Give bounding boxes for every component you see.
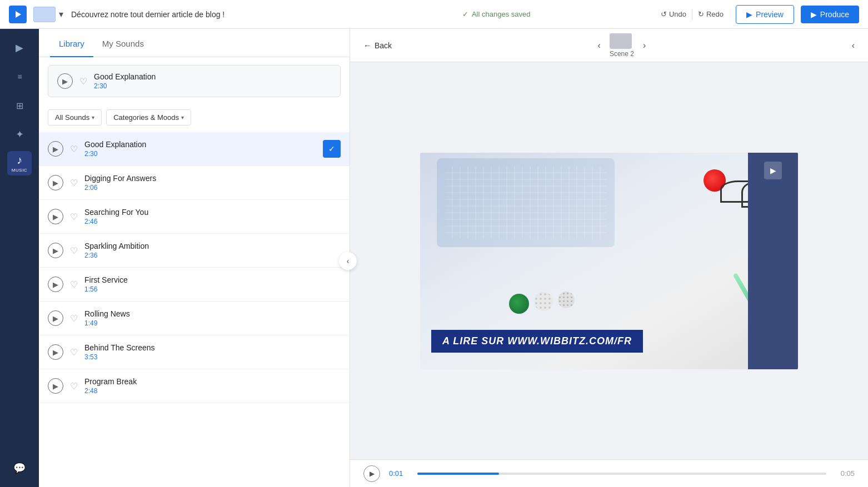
preview-button[interactable]: ▶ Preview	[736, 5, 794, 24]
track-name: Digging For Answers	[84, 174, 341, 183]
video-panel-play-icon: ▶	[764, 162, 782, 179]
topbar: ▾ Découvrez notre tout dernier article d…	[0, 0, 868, 29]
selected-track-card: ▶ ♡ Good Explanation 2:30	[48, 65, 341, 97]
track-heart-button[interactable]: ♡	[70, 313, 78, 324]
scene-prev-button[interactable]: ‹	[596, 38, 603, 53]
track-item[interactable]: ▶ ♡ Rolling News 1:49	[39, 302, 350, 335]
tab-library[interactable]: Library	[50, 29, 93, 57]
chevron-down-icon: ▾	[181, 114, 184, 121]
track-play-button[interactable]: ▶	[48, 209, 63, 224]
sidebar-item-list[interactable]: ≡	[7, 64, 32, 89]
track-heart-button[interactable]: ♡	[70, 245, 78, 256]
track-item[interactable]: ▶ ♡ First Service 1:56	[39, 268, 350, 302]
track-heart-button[interactable]: ♡	[70, 347, 78, 358]
title-dropdown-icon[interactable]: ▾	[59, 10, 68, 19]
scene-next-button[interactable]: ›	[641, 38, 648, 53]
track-item[interactable]: ▶ ♡ Sparkling Ambition 2:36	[39, 234, 350, 268]
track-item[interactable]: ▶ ♡ Digging For Answers 2:06	[39, 166, 350, 200]
play-icon: ▶	[53, 179, 58, 187]
play-icon: ▶	[370, 470, 375, 478]
project-title: Découvrez notre tout dernier article de …	[71, 10, 225, 19]
music-label: MUSIC	[12, 168, 27, 173]
track-info: Rolling News 1:49	[84, 309, 341, 327]
sidebar-item-video[interactable]: ▶	[7, 36, 32, 60]
track-heart-button[interactable]: ♡	[70, 381, 78, 391]
track-duration: 2:36	[84, 252, 341, 259]
scene-nav-center: ‹ Scene 2 ›	[398, 33, 845, 58]
track-play-button[interactable]: ▶	[48, 310, 63, 326]
collapse-panel-button[interactable]: ‹	[852, 41, 855, 51]
track-duration: 3:53	[84, 353, 341, 361]
undo-redo-group: ↺ Undo ↻ Redo	[655, 7, 729, 22]
track-name: Rolling News	[84, 309, 341, 318]
selected-track-play-button[interactable]: ▶	[57, 73, 73, 89]
track-item[interactable]: ▶ ♡ Behind The Screens 3:53	[39, 335, 350, 369]
track-item[interactable]: ▶ ♡ Good Explanation 2:30 ✓	[39, 132, 350, 166]
track-duration: 2:48	[84, 387, 341, 395]
play-icon: ▶	[53, 145, 58, 153]
sidebar-item-wand[interactable]: ✦	[7, 122, 32, 147]
track-name: Sparkling Ambition	[84, 242, 341, 250]
sidebar-item-chat[interactable]: 💬	[7, 456, 32, 480]
track-play-button[interactable]: ▶	[48, 243, 63, 258]
topbar-actions: ↺ Undo ↻ Redo ▶ Preview ▶ Produce	[655, 5, 859, 24]
track-item[interactable]: ▶ ♡ Searching For You 2:46	[39, 200, 350, 234]
undo-icon: ↺	[661, 10, 667, 18]
track-heart-button[interactable]: ♡	[70, 279, 78, 290]
keyboard-decoration	[437, 158, 615, 247]
track-info: Sparkling Ambition 2:36	[84, 242, 341, 259]
video-right-panel: ▶	[748, 153, 798, 369]
collapse-left-button[interactable]: ‹	[339, 252, 357, 270]
filter-bar: All Sounds ▾ Categories & Moods ▾	[39, 105, 350, 132]
selected-track-heart-button[interactable]: ♡	[79, 76, 87, 87]
sidebar-item-images[interactable]: ⊞	[7, 93, 32, 118]
track-item[interactable]: ▶ ♡ Program Break 2:48	[39, 369, 350, 403]
track-heart-button[interactable]: ♡	[70, 178, 78, 188]
scene-label: Scene 2	[610, 50, 634, 58]
redo-button[interactable]: ↻ Redo	[692, 7, 729, 22]
track-select-button[interactable]: ✓	[323, 140, 341, 158]
player-bar: ▶ 0:01 0:05	[350, 459, 868, 487]
track-duration: 2:46	[84, 218, 341, 225]
video-preview: A LIRE SUR WWW.WIBBITZ.COM/FR ▶	[420, 153, 798, 369]
track-play-button[interactable]: ▶	[48, 277, 63, 292]
scene-thumbnail-group: Scene 2	[610, 33, 634, 58]
scene-nav: ← Back ‹ Scene 2 › ‹	[350, 29, 868, 62]
filter-all-sounds-button[interactable]: All Sounds ▾	[48, 109, 102, 125]
track-heart-button[interactable]: ♡	[70, 144, 78, 154]
logo-button[interactable]	[9, 6, 27, 23]
player-play-button[interactable]: ▶	[363, 465, 380, 482]
play-icon: ▶	[53, 213, 58, 221]
undo-button[interactable]: ↺ Undo	[655, 7, 692, 22]
sidebar: ▶ ≡ ⊞ ✦ ♪ MUSIC 💬	[0, 29, 39, 487]
scene-thumbnail[interactable]	[610, 33, 632, 49]
left-panel: Library My Sounds ▶ ♡ Good Explanation 2…	[39, 29, 350, 487]
player-time-total: 0:05	[835, 469, 855, 478]
status-text: All changes saved	[472, 10, 531, 18]
music-icon: ♪	[17, 154, 22, 167]
filter-categories-button[interactable]: Categories & Moods ▾	[106, 109, 191, 125]
track-info: Behind The Screens 3:53	[84, 343, 341, 361]
track-play-button[interactable]: ▶	[48, 344, 63, 360]
wand-icon: ✦	[16, 128, 24, 140]
tab-my-sounds[interactable]: My Sounds	[93, 29, 153, 57]
track-heart-button[interactable]: ♡	[70, 212, 78, 222]
track-play-button[interactable]: ▶	[48, 378, 63, 394]
produce-button[interactable]: ▶ Produce	[801, 6, 859, 23]
track-play-button[interactable]: ▶	[48, 175, 63, 190]
track-info: First Service 1:56	[84, 275, 341, 293]
play-icon: ▶	[53, 280, 58, 289]
dotted-circle2-decoration	[558, 292, 575, 308]
track-duration: 2:06	[84, 184, 341, 192]
track-name: Program Break	[84, 377, 341, 386]
track-name: First Service	[84, 275, 341, 284]
back-button[interactable]: ← Back	[363, 41, 392, 50]
sidebar-item-music[interactable]: ♪ MUSIC	[7, 151, 32, 175]
player-progress-bar[interactable]	[417, 473, 826, 475]
list-icon: ≡	[17, 72, 21, 82]
svg-marker-0	[16, 11, 21, 18]
project-thumbnail[interactable]	[33, 7, 56, 22]
track-name: Behind The Screens	[84, 343, 341, 352]
track-play-button[interactable]: ▶	[48, 141, 63, 157]
preview-play-icon: ▶	[746, 10, 752, 19]
